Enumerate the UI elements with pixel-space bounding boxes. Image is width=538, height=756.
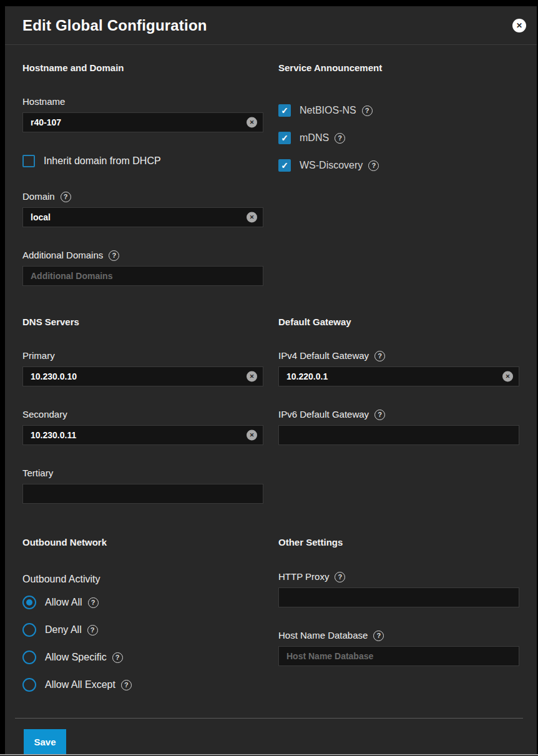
input-wrap — [278, 425, 519, 445]
save-button[interactable]: Save — [24, 729, 66, 754]
host-name-database-field-group: Host Name Database ? — [278, 630, 519, 666]
radio-allow-all-except[interactable]: Allow All Except ? — [22, 678, 263, 692]
ipv4-gateway-input[interactable] — [278, 366, 519, 386]
label-text: Tertiary — [22, 468, 53, 479]
ipv6-gateway-field-group: IPv6 Default Gateway ? — [278, 409, 519, 445]
help-icon[interactable]: ? — [335, 133, 345, 144]
help-icon[interactable]: ? — [362, 106, 373, 116]
clear-input-icon[interactable]: ✕ — [247, 117, 257, 128]
ipv4-gateway-field-group: IPv4 Default Gateway ? ✕ — [278, 350, 519, 386]
label-text: IPv6 Default Gateway — [278, 409, 369, 420]
checkbox-checked-icon[interactable]: ✓ — [278, 159, 291, 172]
section-default-gateway: Default Gateway IPv4 Default Gateway ? ✕… — [278, 317, 519, 537]
help-icon[interactable]: ? — [112, 652, 123, 663]
section-dns-servers: DNS Servers Primary ✕ Secondary ✕ — [22, 317, 263, 537]
help-icon[interactable]: ? — [374, 410, 385, 420]
label-text: HTTP Proxy — [278, 571, 329, 582]
clear-input-icon[interactable]: ✕ — [247, 371, 257, 382]
help-icon[interactable]: ? — [109, 250, 119, 261]
help-icon[interactable]: ? — [373, 631, 384, 641]
help-icon[interactable]: ? — [121, 680, 132, 690]
ws-discovery-checkbox[interactable]: ✓ WS-Discovery ? — [278, 159, 519, 172]
dialog-body: Hostname and Domain Hostname ✕ Inherit d… — [5, 45, 537, 718]
outbound-activity-label: Outbound Activity — [22, 574, 263, 585]
label-text: IPv4 Default Gateway — [278, 350, 369, 361]
label-text: Hostname — [22, 96, 65, 107]
section-hostname-and-domain: Hostname and Domain Hostname ✕ Inherit d… — [22, 62, 263, 317]
edit-global-configuration-dialog: Edit Global Configuration ✕ Hostname and… — [5, 6, 537, 754]
section-outbound-network: Outbound Network Outbound Activity Allow… — [22, 537, 263, 718]
clear-input-icon[interactable]: ✕ — [502, 371, 513, 382]
additional-domains-input[interactable] — [22, 266, 263, 286]
dns-tertiary-label: Tertiary — [22, 468, 263, 479]
hostname-input[interactable] — [22, 112, 263, 132]
help-icon[interactable]: ? — [374, 351, 385, 361]
label-text: Domain — [22, 191, 55, 202]
help-icon[interactable]: ? — [368, 160, 379, 171]
radio-label: Deny All — [45, 624, 82, 636]
ipv6-gateway-input[interactable] — [278, 425, 519, 445]
close-button[interactable]: ✕ — [512, 18, 527, 33]
dns-secondary-field-group: Secondary ✕ — [22, 409, 263, 445]
section-other-settings: Other Settings HTTP Proxy ? Host Name Da… — [278, 537, 519, 718]
domain-label: Domain ? — [22, 191, 263, 202]
clear-input-icon[interactable]: ✕ — [247, 430, 257, 441]
label-text: Additional Domains — [22, 250, 103, 261]
http-proxy-field-group: HTTP Proxy ? — [278, 571, 519, 607]
dns-primary-label: Primary — [22, 350, 263, 361]
domain-field-group: Domain ? ✕ — [22, 191, 263, 227]
help-icon[interactable]: ? — [87, 625, 98, 636]
close-icon: ✕ — [512, 19, 526, 32]
checkbox-label: WS-Discovery — [300, 160, 363, 171]
input-wrap — [278, 587, 519, 607]
dialog-header: Edit Global Configuration ✕ — [5, 6, 537, 45]
radio-selected-icon[interactable] — [22, 596, 36, 609]
radio-icon[interactable] — [22, 650, 36, 664]
checkbox-checked-icon[interactable]: ✓ — [278, 104, 291, 117]
host-name-database-label: Host Name Database ? — [278, 630, 519, 641]
radio-label: Allow All — [45, 597, 82, 608]
checkbox-label: mDNS — [300, 132, 329, 144]
input-wrap: ✕ — [22, 425, 263, 445]
dns-tertiary-input[interactable] — [22, 484, 263, 504]
radio-icon[interactable] — [22, 623, 36, 637]
ipv6-gateway-label: IPv6 Default Gateway ? — [278, 409, 519, 420]
section-heading: Default Gateway — [278, 317, 519, 327]
host-name-database-input[interactable] — [278, 646, 519, 666]
dialog-title: Edit Global Configuration — [22, 6, 207, 45]
dns-secondary-input[interactable] — [22, 425, 263, 445]
radio-allow-specific[interactable]: Allow Specific ? — [22, 650, 263, 664]
radio-deny-all[interactable]: Deny All ? — [22, 623, 263, 637]
radio-icon[interactable] — [22, 678, 36, 692]
help-icon[interactable]: ? — [61, 192, 71, 202]
additional-domains-label: Additional Domains ? — [22, 250, 263, 261]
radio-label: Allow All Except — [45, 679, 115, 690]
input-wrap — [22, 484, 263, 504]
checkbox-unchecked-icon[interactable] — [22, 155, 35, 167]
section-heading: Hostname and Domain — [22, 62, 263, 73]
inherit-domain-checkbox[interactable]: Inherit domain from DHCP — [22, 155, 263, 167]
help-icon[interactable]: ? — [88, 597, 99, 608]
radio-allow-all[interactable]: Allow All ? — [22, 596, 263, 609]
http-proxy-label: HTTP Proxy ? — [278, 571, 519, 582]
netbios-ns-checkbox[interactable]: ✓ NetBIOS-NS ? — [278, 104, 519, 117]
clear-input-icon[interactable]: ✕ — [247, 212, 257, 223]
section-service-announcement: Service Announcement ✓ NetBIOS-NS ? ✓ mD… — [278, 62, 519, 317]
dns-primary-input[interactable] — [22, 366, 263, 386]
domain-input[interactable] — [22, 207, 263, 227]
mdns-checkbox[interactable]: ✓ mDNS ? — [278, 132, 519, 144]
section-heading: DNS Servers — [22, 317, 263, 327]
checkbox-checked-icon[interactable]: ✓ — [278, 132, 291, 144]
hostname-label: Hostname — [22, 96, 263, 107]
help-icon[interactable]: ? — [335, 572, 345, 582]
dns-primary-field-group: Primary ✕ — [22, 350, 263, 386]
hostname-field-group: Hostname ✕ — [22, 96, 263, 132]
http-proxy-input[interactable] — [278, 587, 519, 607]
ipv4-gateway-label: IPv4 Default Gateway ? — [278, 350, 519, 361]
label-text: Secondary — [22, 409, 67, 420]
input-wrap: ✕ — [22, 112, 263, 132]
section-heading: Outbound Network — [22, 537, 263, 547]
checkbox-label: Inherit domain from DHCP — [44, 155, 161, 167]
section-heading: Service Announcement — [278, 62, 519, 73]
section-heading: Other Settings — [278, 537, 519, 547]
